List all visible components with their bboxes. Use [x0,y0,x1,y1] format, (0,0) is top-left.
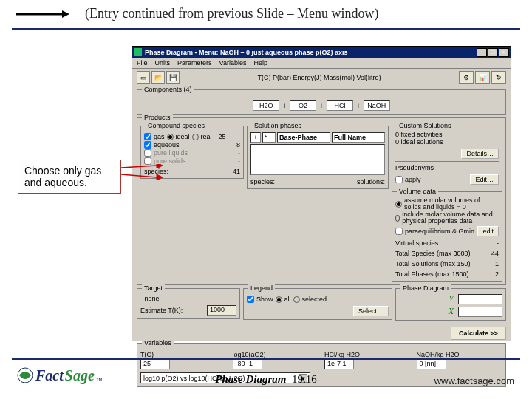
calculate-button[interactable]: Calculate >> [451,327,506,340]
apply-checkbox[interactable] [395,176,403,183]
bottom-divider [12,358,520,360]
chk-pure-liquids[interactable]: pure liquids - [144,149,240,157]
vol-opt1-radio[interactable] [395,201,402,208]
var-T-input[interactable]: 25 [140,359,170,369]
target-none: - none - [140,295,236,302]
est-t-label: Estimate T(K): [140,307,183,314]
svg-line-2 [121,166,157,168]
menubar: File Units Parameters Variables Help [132,58,511,69]
custom-line2: 0 ideal solutions [395,138,499,146]
y-axis-label[interactable]: Y [449,293,454,304]
component-2[interactable]: O2 [290,100,316,111]
window-title: Phase Diagram - Menu: NaOH – 0 just aque… [145,49,477,56]
est-t-input[interactable]: 1000 [207,305,236,316]
paraequil-checkbox[interactable] [395,228,403,235]
solution-legend: Solution phases [252,122,304,129]
x-axis-label[interactable]: X [449,306,454,317]
tool-save-icon[interactable]: 💾 [166,71,180,84]
plus-icon: + [282,102,287,110]
menu-help[interactable]: Help [253,59,267,66]
maximize-button[interactable]: □ [488,48,498,57]
component-4[interactable]: NaOH [364,100,390,111]
pureliq-checkbox[interactable] [144,149,151,157]
solution-list[interactable] [250,144,385,175]
compound-legend: Compound species [146,122,207,129]
close-button[interactable]: × [499,48,509,57]
gas-real-radio[interactable] [192,134,199,140]
edit-button[interactable]: Edit… [470,174,499,185]
slide-header: (Entry continued from previous Slide – M… [85,6,378,21]
svg-marker-1 [62,10,69,18]
svg-line-4 [121,174,157,177]
component-1[interactable]: H2O [253,100,279,111]
solution-phases-box: Solution phases + * Base-Phase Full Name… [247,126,389,189]
menu-parameters[interactable]: Parameters [177,59,212,66]
phase-diagram-box: Phase Diagram Y X [395,288,506,321]
tool-refresh-icon[interactable]: ↻ [491,71,506,84]
pseudonyms-legend: Pseudonyms [395,164,499,171]
top-divider [12,28,520,30]
solution-hdr-full[interactable]: Full Name [332,132,385,143]
toolbar: ▭ 📂 💾 T(C) P(bar) Energy(J) Mass(mol) Vo… [132,69,511,86]
toolbar-units-label: T(C) P(bar) Energy(J) Mass(mol) Vol(litr… [181,74,457,81]
chk-aqueous[interactable]: aqueous 8 [144,141,240,149]
var-NaOH-input[interactable]: 0 [nn] [417,359,446,369]
footer-url: www.factsage.com [434,375,514,386]
plus-icon: + [356,102,361,110]
callout-box: Choose only gas and aqueous. [18,160,121,194]
components-legend: Components (4) [142,86,194,93]
show-checkbox[interactable] [247,296,254,303]
callout-arrow-2-icon [121,172,163,180]
species-count: 41 [233,168,240,175]
component-3[interactable]: HCl [327,100,353,111]
plus-icon: + [319,102,324,110]
window-buttons: _ □ × [477,48,509,57]
legend-box: Legend Show all selected Select… [243,288,392,320]
solution-hdr-star[interactable]: * [262,132,276,143]
select-button[interactable]: Select… [353,306,389,316]
minimize-button[interactable]: _ [477,48,487,57]
app-icon [134,48,142,56]
volume-data-box: Volume data assume molar volumes of soli… [392,191,502,282]
all-radio[interactable] [276,296,282,303]
products-group: Products Compound species gas ideal real… [137,117,506,285]
tool-open-icon[interactable]: 📂 [151,71,165,84]
client-area: Components (4) H2O + O2 + HCl + NaOH Pro… [132,86,511,341]
vol-opt2-radio[interactable] [395,215,400,222]
callout-arrow-1-icon [121,164,163,171]
custom-line1: 0 fixed activities [395,131,499,138]
tool-settings-icon[interactable]: ⚙ [459,71,474,84]
app-window: Phase Diagram - Menu: NaOH – 0 just aque… [132,46,511,341]
gas-checkbox[interactable] [144,133,151,140]
solution-hdr-base[interactable]: Base-Phase [277,132,330,143]
tool-new-icon[interactable]: ▭ [137,71,150,84]
solution-species-label: species: [250,178,275,185]
menu-units[interactable]: Units [155,59,171,66]
gas-ideal-radio[interactable] [167,134,174,140]
y-axis-input[interactable] [458,294,502,304]
header-arrow-icon [16,10,69,18]
solution-solutions-label: solutions: [357,178,385,185]
chk-gas[interactable]: gas ideal real 25 [144,133,240,140]
menu-file[interactable]: File [137,59,148,66]
menu-variables[interactable]: Variables [219,59,247,66]
var-HCl-input[interactable]: 1e-7 1 [324,359,354,369]
components-row: H2O + O2 + HCl + NaOH [140,100,502,111]
aqueous-label: aqueous [154,141,180,149]
gas-label: gas [154,133,165,140]
x-axis-input[interactable] [458,307,502,317]
products-legend: Products [142,114,173,121]
custom-solutions-box: Custom Solutions 0 fixed activities 0 id… [392,126,502,188]
components-group: Components (4) H2O + O2 + HCl + NaOH [137,89,506,115]
tool-chart-icon[interactable]: 📊 [475,71,490,84]
svg-marker-5 [157,174,163,180]
svg-marker-3 [157,164,163,168]
aqueous-checkbox[interactable] [144,141,151,149]
var-aO2-input[interactable]: -80 -1 [233,359,262,369]
selected-radio[interactable] [293,296,300,303]
target-box: Target - none - Estimate T(K): 1000 [137,288,240,319]
products-right-col: Custom Solutions 0 fixed activities 0 id… [392,126,502,282]
gmin-edit-button[interactable]: edit [477,226,499,236]
solution-hdr-plus[interactable]: + [250,132,261,143]
details-button[interactable]: Details… [461,149,499,159]
